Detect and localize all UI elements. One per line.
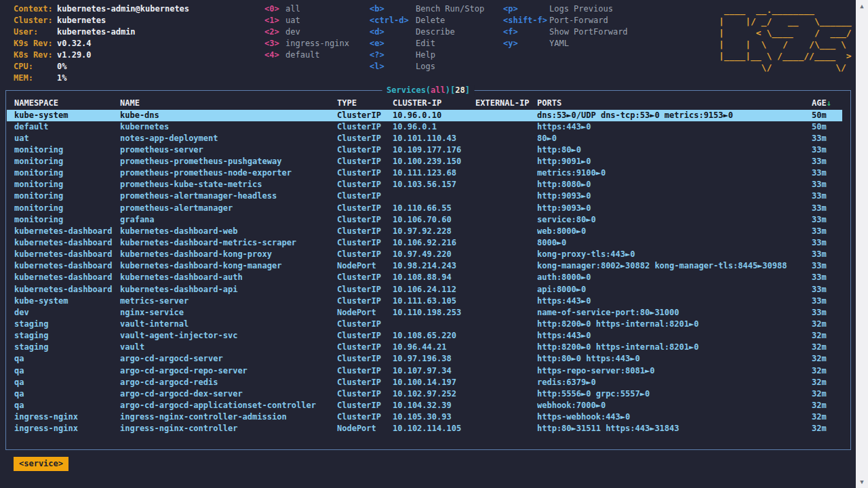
- cell-age: 33m: [812, 156, 842, 167]
- cell-ports: https-webhook:443►0: [537, 411, 812, 423]
- hotkey-item: <3>ingress-nginx: [264, 38, 349, 49]
- scrollbar[interactable]: ▲ ▼: [856, 0, 868, 488]
- table-row[interactable]: defaultkubernetesClusterIP10.96.0.1https…: [7, 121, 842, 133]
- table-row[interactable]: stagingvaultClusterIP10.96.44.21http:820…: [7, 342, 842, 353]
- cell-ns: kubernetes-dashboard: [7, 237, 120, 249]
- col-header-external-ip[interactable]: EXTERNAL-IP: [475, 98, 537, 109]
- cell-ns: staging: [7, 342, 120, 353]
- table-row[interactable]: ingress-nginxingress-nginx-controllerNod…: [7, 423, 842, 434]
- table-row[interactable]: monitoringprometheus-prometheus-node-exp…: [7, 167, 842, 179]
- hotkey-key: <b>: [370, 3, 416, 15]
- cell-ip: 10.107.97.34: [393, 365, 475, 377]
- cell-ns: qa: [7, 353, 120, 365]
- cell-type: ClusterIP: [337, 330, 393, 342]
- title-prefix: Services(: [387, 85, 431, 95]
- cell-name: prometheus-alertmanager: [120, 203, 337, 214]
- cell-ports: https-repo-server:8081►0: [537, 365, 812, 377]
- cell-age: 33m: [812, 167, 842, 179]
- col-header-age[interactable]: AGE↓: [812, 98, 842, 109]
- cell-age: 33m: [812, 272, 842, 283]
- table-row[interactable]: stagingvault-internalClusterIPhttp:8200►…: [7, 319, 842, 330]
- scroll-down-icon[interactable]: ▼: [856, 477, 868, 487]
- col-header-namespace[interactable]: NAMESPACE: [7, 98, 120, 109]
- cell-ns: kubernetes-dashboard: [7, 260, 120, 272]
- cell-ip: 10.97.196.38: [393, 353, 475, 365]
- col-header-cluster-ip[interactable]: CLUSTER-IP: [393, 98, 475, 109]
- cell-ext: [475, 319, 537, 330]
- cell-name: prometheus-kube-state-metrics: [120, 179, 337, 190]
- cell-ip: 10.108.65.220: [393, 330, 475, 342]
- table-row[interactable]: qaargo-cd-argocd-dex-serverClusterIP10.1…: [7, 388, 842, 400]
- table-row[interactable]: kube-systemmetrics-serverClusterIP10.111…: [7, 296, 842, 307]
- table-row[interactable]: monitoringprometheus-serverClusterIP10.1…: [7, 144, 842, 156]
- cell-age: 50m: [812, 110, 842, 121]
- table-row[interactable]: devnginx-serviceNodePort10.110.198.253na…: [7, 307, 842, 319]
- cell-ports: https:443►0: [537, 121, 812, 133]
- table-row[interactable]: monitoringgrafanaClusterIP10.106.70.60se…: [7, 214, 842, 226]
- table-row[interactable]: kubernetes-dashboardkubernetes-dashboard…: [7, 249, 842, 260]
- cell-name: kubernetes-dashboard-web: [120, 226, 337, 237]
- table-row[interactable]: monitoringprometheus-alertmanager-headle…: [7, 190, 842, 202]
- hotkey-item: <f>Show PortForward: [503, 26, 628, 38]
- cell-type: ClusterIP: [337, 226, 393, 237]
- cell-age: 32m: [812, 411, 842, 423]
- table-row[interactable]: kubernetes-dashboardkubernetes-dashboard…: [7, 284, 842, 296]
- table-row[interactable]: monitoringprometheus-kube-state-metricsC…: [7, 179, 842, 190]
- scroll-up-icon[interactable]: ▲: [856, 1, 868, 11]
- col-header-name[interactable]: NAME: [120, 98, 337, 109]
- hotkey-key: <2>: [264, 26, 285, 38]
- cell-ext: [475, 353, 537, 365]
- cell-type: ClusterIP: [337, 144, 393, 156]
- cell-ports: http:80►0 https:443►0: [537, 353, 812, 365]
- info-label: Context:: [14, 3, 57, 15]
- cell-ip: 10.102.114.105: [393, 423, 475, 434]
- hotkey-key: <4>: [264, 49, 285, 61]
- table-row[interactable]: qaargo-cd-argocd-serverClusterIP10.97.19…: [7, 353, 842, 365]
- cell-age: 32m: [812, 330, 842, 342]
- table-row[interactable]: kubernetes-dashboardkubernetes-dashboard…: [7, 272, 842, 283]
- col-header-type[interactable]: TYPE: [337, 98, 393, 109]
- info-label: CPU:: [14, 61, 57, 73]
- cell-ports: http:9093►0: [537, 203, 812, 214]
- cell-name: notes-app-deployment: [120, 133, 337, 144]
- hotkey-item: <b>Bench Run/Stop: [370, 3, 484, 15]
- hotkey-item: <0>all: [264, 3, 349, 15]
- cell-name: prometheus-prometheus-pushgateway: [120, 156, 337, 167]
- cell-name: vault-internal: [120, 319, 337, 330]
- col-header-ports[interactable]: PORTS: [537, 98, 812, 109]
- cell-ns: qa: [7, 400, 120, 411]
- table-row[interactable]: kube-systemkube-dnsClusterIP10.96.0.10dn…: [7, 110, 842, 121]
- hotkey-item: <shift-f>Port-Forward: [503, 15, 628, 26]
- hotkey-item: <e>Edit: [370, 38, 484, 49]
- cell-ip: 10.96.0.1: [393, 121, 475, 133]
- hotkey-item: <p>Logs Previous: [503, 3, 628, 15]
- hotkey-item: <?>Help: [370, 49, 484, 61]
- cell-ip: 10.103.56.157: [393, 179, 475, 190]
- cell-ports: auth:8000►0: [537, 272, 812, 283]
- table-row[interactable]: qaargo-cd-argocd-applicationset-controll…: [7, 400, 842, 411]
- cell-age: 33m: [812, 226, 842, 237]
- table-row[interactable]: kubernetes-dashboardkubernetes-dashboard…: [7, 260, 842, 272]
- table-row[interactable]: kubernetes-dashboardkubernetes-dashboard…: [7, 237, 842, 249]
- cell-ns: dev: [7, 307, 120, 319]
- cell-ns: monitoring: [7, 214, 120, 226]
- table-row[interactable]: qaargo-cd-argocd-redisClusterIP10.100.14…: [7, 377, 842, 388]
- cell-ports: api:8000►0: [537, 284, 812, 296]
- table-row[interactable]: ingress-nginxingress-nginx-controller-ad…: [7, 411, 842, 423]
- table-row[interactable]: monitoringprometheus-prometheus-pushgate…: [7, 156, 842, 167]
- info-label: Cluster:: [14, 15, 57, 26]
- cell-ip: 10.96.44.21: [393, 342, 475, 353]
- table-row[interactable]: uatnotes-app-deploymentClusterIP10.101.1…: [7, 133, 842, 144]
- table-row[interactable]: stagingvault-agent-injector-svcClusterIP…: [7, 330, 842, 342]
- table-row[interactable]: qaargo-cd-argocd-repo-serverClusterIP10.…: [7, 365, 842, 377]
- info-label: K9s Rev:: [14, 38, 57, 49]
- cell-ip: 10.101.110.43: [393, 133, 475, 144]
- cell-ports: service:80►0: [537, 214, 812, 226]
- cell-name: kubernetes-dashboard-auth: [120, 272, 337, 283]
- cell-type: ClusterIP: [337, 272, 393, 283]
- cell-name: kubernetes: [120, 121, 337, 133]
- table-row[interactable]: monitoringprometheus-alertmanagerCluster…: [7, 203, 842, 214]
- services-table: Services(all)[28] NAMESPACE NAME TYPE CL…: [5, 90, 851, 450]
- breadcrumb-service[interactable]: <service>: [14, 457, 68, 471]
- table-row[interactable]: kubernetes-dashboardkubernetes-dashboard…: [7, 226, 842, 237]
